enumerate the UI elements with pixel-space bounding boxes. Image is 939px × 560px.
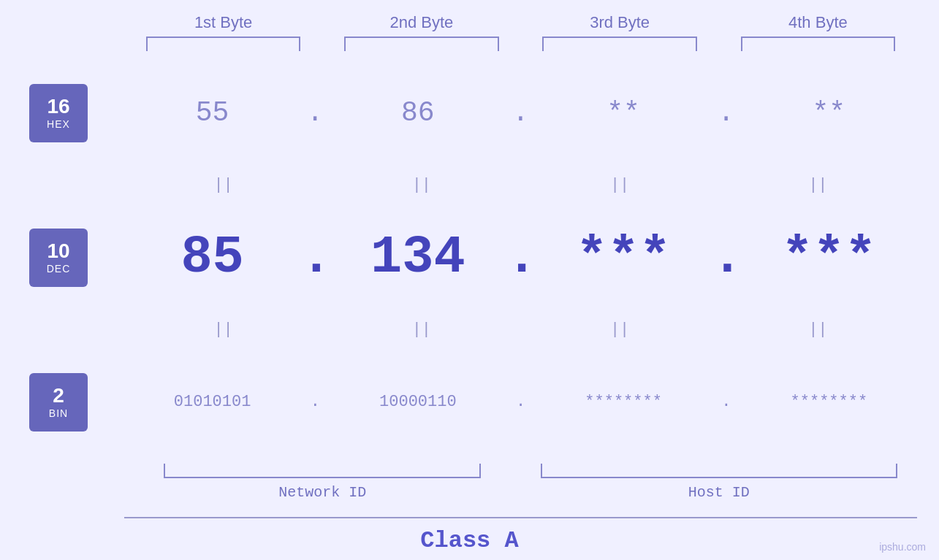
hex-row: 16 HEX 55 . 86 . ** . ** [22,51,917,174]
host-id-label: Host ID [521,484,918,501]
bottom-section: Network ID Host ID [124,464,917,501]
eq2-2: || [322,319,520,340]
bin-val-1: 01010101 [124,393,300,411]
hex-badge: 16 HEX [29,84,88,142]
hex-dot-1: . [300,97,330,129]
dec-row: 10 DEC 85 . 134 . *** . *** [22,196,917,319]
full-bracket-line [124,517,917,518]
eq1-2: || [322,174,520,196]
bin-val-3: ******** [536,393,712,411]
dec-val-1: 85 [124,228,300,288]
bin-badge-name: BIN [49,407,68,419]
hex-val-4: ** [741,97,917,129]
dec-values-row: 85 . 134 . *** . *** [124,228,917,288]
bin-row: 2 BIN 01010101 . 10000110 . ******** . *… [22,340,917,464]
network-id-label: Network ID [124,484,521,501]
dec-badge: 10 DEC [29,229,88,287]
bin-val-4: ******** [741,393,917,411]
equals-row-2: || || || || [124,319,917,340]
bin-badge: 2 BIN [29,373,88,431]
hex-dot-2: . [506,97,536,129]
network-bracket [164,464,481,478]
bracket-cell-2 [322,37,520,51]
bottom-brackets [124,464,917,478]
bin-dot-1: . [300,393,330,411]
dec-dot-3: . [712,228,741,288]
dec-dot-2: . [506,228,536,288]
top-bracket-1 [146,37,301,51]
watermark: ipshu.com [879,541,926,553]
hex-badge-num: 16 [47,96,69,118]
class-label: Class A [420,527,518,554]
bracket-cell-3 [521,37,719,51]
class-row: Class A [22,527,917,554]
bottom-labels: Network ID Host ID [124,484,917,501]
byte-header-3: 3rd Byte [521,13,719,32]
hex-val-2: 86 [330,97,506,129]
host-bracket-wrap [521,464,918,478]
hex-values-row: 55 . 86 . ** . ** [124,97,917,129]
eq2-1: || [124,319,322,340]
eq1-3: || [521,174,719,196]
byte-header-2: 2nd Byte [322,13,520,32]
bin-values-row: 01010101 . 10000110 . ******** . *******… [124,393,917,411]
eq1-1: || [124,174,322,196]
byte-header-1: 1st Byte [124,13,322,32]
hex-val-3: ** [536,97,712,129]
bracket-cell-1 [124,37,322,51]
dec-badge-num: 10 [47,240,69,263]
hex-val-1: 55 [124,97,300,129]
top-bracket-4 [741,37,896,51]
dec-val-4: *** [741,228,917,288]
eq1-4: || [719,174,917,196]
network-bracket-wrap [124,464,521,478]
byte-headers-row: 1st Byte 2nd Byte 3rd Byte 4th Byte [124,0,917,32]
full-bracket-row [124,517,917,518]
dec-val-2: 134 [330,228,506,288]
host-bracket [541,464,897,478]
bin-val-2: 10000110 [330,393,506,411]
byte-header-4: 4th Byte [719,13,917,32]
main-container: 1st Byte 2nd Byte 3rd Byte 4th Byte 16 H… [0,0,939,560]
eq2-3: || [521,319,719,340]
top-bracket-row [124,37,917,51]
hex-dot-3: . [712,97,741,129]
bin-dot-2: . [506,393,536,411]
top-bracket-3 [542,37,697,51]
bracket-cell-4 [719,37,917,51]
bin-dot-3: . [712,393,741,411]
dec-val-3: *** [536,228,712,288]
dec-dot-1: . [300,228,330,288]
dec-badge-name: DEC [47,263,71,275]
equals-row-1: || || || || [124,174,917,196]
top-bracket-2 [344,37,499,51]
bin-badge-num: 2 [53,385,64,407]
hex-badge-name: HEX [47,118,70,130]
eq2-4: || [719,319,917,340]
